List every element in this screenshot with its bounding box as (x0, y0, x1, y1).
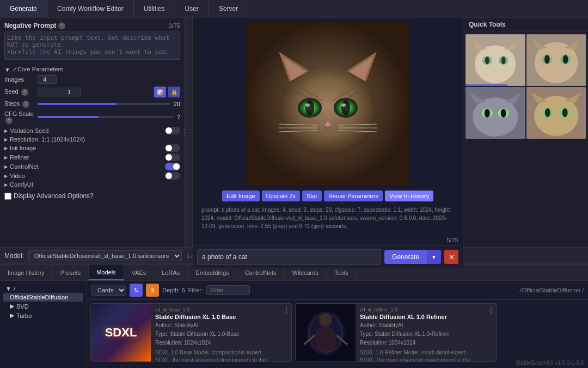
model-menu-2[interactable]: ⋮ (486, 304, 496, 361)
bottom-sidebar: ▼ / OfficialStableDiffusion ▶ SVD ▶ Turb… (0, 281, 87, 368)
thumb-cat-svg-3 (465, 87, 525, 139)
advanced-checkbox[interactable] (4, 193, 11, 200)
steps-help[interactable]: ? (22, 101, 29, 108)
generate-dropdown-btn[interactable]: ▼ (427, 250, 441, 264)
nav-utilities[interactable]: Utilities (134, 0, 175, 17)
thumbnail-3[interactable] (465, 87, 525, 139)
svg-point-42 (473, 97, 518, 137)
left-resize-handle[interactable]: ⋮⋮ (185, 17, 193, 247)
tab-models[interactable]: Models (89, 265, 124, 280)
cfg-label: CFG Scale ? (4, 111, 34, 125)
refiner-toggle[interactable] (165, 154, 180, 161)
steps-label: Steps ? (4, 100, 34, 108)
image-overlay-buttons: Edit Image Upscale 2x Star Reuse Paramet… (222, 191, 433, 201)
depth-label: Depth: 6 (162, 287, 185, 293)
svg-point-37 (544, 55, 549, 64)
generate-button[interactable]: Generate (384, 250, 427, 264)
view-select[interactable]: Cards (91, 285, 126, 296)
neg-prompt-title: Negative Prompt (4, 22, 56, 29)
variation-arrow: ▶ (4, 128, 8, 133)
model-card-sdxl-refiner[interactable]: sd_xl_refiner_1.0 Stable Diffusion XL 1.… (295, 303, 497, 362)
svg-point-12 (305, 100, 314, 115)
model-card-sdxl-base[interactable]: SDXL sd_xl_base_1.0 Stable Diffusion XL … (90, 303, 292, 362)
path-label: ../OfficialStableDiffusion / (517, 287, 584, 293)
clear-button[interactable]: ✕ (444, 250, 458, 264)
thumbnail-2[interactable] (526, 34, 586, 86)
controlnet-arrow: ▶ (4, 164, 8, 169)
star-btn[interactable]: Star (302, 191, 322, 201)
refiner-arrow: ▶ (4, 155, 8, 160)
sidebar-root: ▼ / (3, 284, 83, 293)
steps-slider[interactable] (38, 103, 170, 105)
thumb-cat-svg-2 (526, 34, 586, 86)
refresh-btn[interactable]: ↻ (130, 284, 143, 297)
view-history-btn[interactable]: View In History (385, 191, 433, 201)
variation-label: Variation Seed (10, 127, 48, 134)
svg-point-54 (562, 108, 567, 117)
sidebar-svd[interactable]: ▶ SVD (3, 302, 83, 311)
svg-point-26 (475, 45, 516, 83)
cfg-row: CFG Scale ? 7 (4, 111, 180, 125)
model-menu-1[interactable]: ⋮ (281, 304, 291, 361)
turbo-arrow: ▶ (10, 312, 14, 319)
thumbnail-4[interactable] (526, 87, 586, 139)
filter-input[interactable] (206, 285, 250, 295)
video-toggle[interactable] (165, 172, 180, 180)
watermark: StableSwarmUI v1.0.0-1.0.0 (516, 360, 584, 366)
variation-toggle[interactable] (165, 127, 180, 134)
images-input[interactable] (38, 75, 57, 84)
sidebar-turbo[interactable]: ▶ Turbo (3, 311, 83, 320)
reuse-params-btn[interactable]: Reuse Parameters (324, 191, 383, 201)
svg-point-16 (341, 100, 350, 115)
refiner-row: ▶ Refiner (4, 154, 180, 161)
thumbnail-grid (463, 32, 588, 141)
tab-image-history[interactable]: Image History (0, 265, 53, 280)
model-tag-2: sd_xl_refiner_1.0 (360, 307, 482, 312)
controlnet-toggle[interactable] (165, 163, 180, 170)
svg-point-30 (501, 57, 506, 64)
seed-row: Seed ? 🎲 🔒 (4, 87, 180, 97)
tab-presets[interactable]: Presets (53, 265, 89, 280)
prompt-input[interactable] (197, 249, 381, 265)
seed-help[interactable]: ? (21, 89, 28, 96)
controlnet-label: ControlNet (10, 163, 39, 170)
core-params-header[interactable]: ▼ ✓Core Parameters (4, 66, 180, 73)
svg-point-38 (562, 55, 568, 64)
init-toggle[interactable] (165, 144, 180, 152)
pause-btn[interactable]: ⏸ (146, 284, 159, 297)
neg-prompt-count: 0/75 (169, 22, 180, 29)
neg-prompt-help[interactable]: ? (58, 22, 65, 29)
resolution-row[interactable]: ▶ Resolution: 1:1 (1024x1024) (4, 136, 180, 143)
edit-image-btn[interactable]: Edit Image (222, 191, 260, 201)
models-area: Cards ↻ ⏸ Depth: 6 Filter: ../OfficialSt… (87, 281, 588, 368)
nav-server[interactable]: Server (209, 0, 248, 17)
nav-comfy[interactable]: Comfy Workflow Editor (47, 0, 134, 17)
model-selector[interactable]: OfficialStableDiffusion/sd_xl_base_1.0.s… (28, 250, 182, 261)
left-panel: Negative Prompt ? 0/75 ▼ ✓Core Parameter… (0, 17, 185, 247)
nav-user[interactable]: User (175, 0, 209, 17)
generated-image-container: Edit Image Upscale 2x Star Reuse Paramet… (246, 22, 409, 185)
comfyui-row[interactable]: ▶ ComfyUI (4, 181, 180, 188)
seed-input[interactable] (38, 88, 81, 96)
model-desc-2: SDXL 1.0 Refiner Model, small-detail exp… (360, 349, 482, 361)
thumb-cat-svg-1 (465, 34, 525, 86)
seed-label: Seed ? (4, 88, 34, 96)
thumbnail-1[interactable] (465, 34, 525, 86)
neg-prompt-input[interactable] (4, 32, 180, 60)
cfg-slider[interactable] (38, 116, 174, 118)
steps-row: Steps ? 20 (4, 100, 180, 108)
neg-prompt-header: Negative Prompt ? 0/75 (4, 22, 180, 29)
nav-generate[interactable]: Generate (0, 0, 47, 17)
cat-svg (246, 22, 409, 185)
sidebar-official[interactable]: OfficialStableDiffusion (3, 293, 83, 302)
tab-loras[interactable]: LoRAs (154, 265, 188, 280)
model-label: Model: (4, 252, 24, 260)
seed-lock-btn[interactable]: 🔒 (168, 87, 180, 97)
tab-vaes[interactable]: VAEs (124, 265, 155, 280)
svg-point-59 (319, 314, 332, 327)
generated-image[interactable] (246, 22, 409, 185)
svg-point-29 (485, 57, 489, 64)
seed-dice-btn[interactable]: 🎲 (154, 87, 166, 97)
cfg-help[interactable]: ? (5, 117, 13, 124)
upscale-btn[interactable]: Upscale 2x (262, 191, 300, 201)
